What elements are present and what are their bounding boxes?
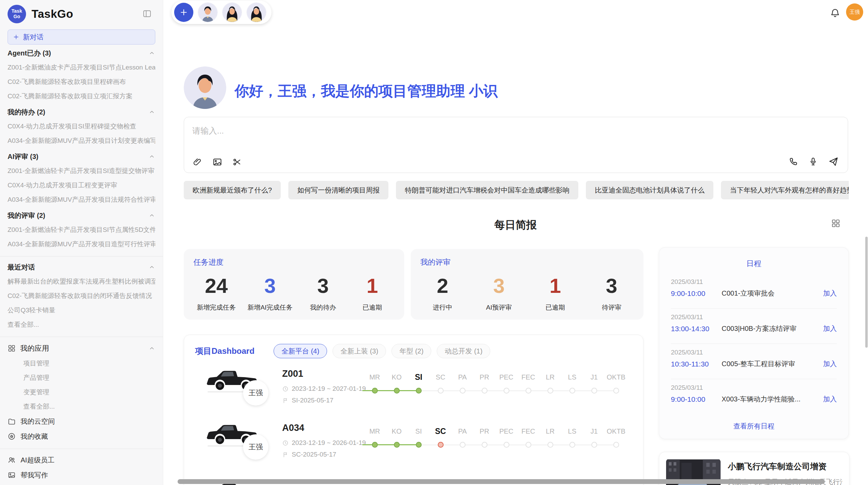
- section-header-recent[interactable]: 最近对话: [8, 260, 155, 274]
- sidebar-chat-item[interactable]: C02-飞腾新能源轻客改款项目立项汇报方案: [8, 89, 155, 103]
- apps-grid-icon: [8, 344, 16, 352]
- project-row[interactable]: 王强 A034 2023-12-19 ~ 2026-01-19 SC-2025-…: [194, 413, 643, 467]
- sidebar-item-write-helper[interactable]: 帮我写作: [8, 468, 155, 483]
- suggestion-chip[interactable]: 比亚迪全固态电池计划具体说了什么: [586, 181, 713, 199]
- sidebar-item-ai-staff[interactable]: AI超级员工: [8, 452, 155, 468]
- tab-model-year[interactable]: 年型 (2): [391, 344, 431, 358]
- notification-bell-button[interactable]: [830, 8, 841, 18]
- stat-pending-review: 3 待评审: [593, 276, 630, 312]
- agent-avatar[interactable]: [198, 2, 218, 22]
- voice-button[interactable]: [808, 157, 818, 167]
- sidebar-collapse-button[interactable]: [142, 8, 153, 19]
- suggestion-chip[interactable]: 如何写一份清晰的项目周报: [288, 181, 388, 199]
- folder-icon: [8, 417, 16, 425]
- layout-grid-icon: [831, 219, 841, 228]
- recent-chat-item[interactable]: 解释最新出台的欧盟报废车法规再生塑料比例被调至15%...: [8, 274, 155, 289]
- dashboard-title: 项目Dashboard: [195, 346, 254, 357]
- card-title: 任务进度: [193, 257, 395, 268]
- section-header-my-todo[interactable]: 我的待办 (2): [8, 105, 155, 119]
- schedule-time: 9:00-10:00: [671, 395, 722, 403]
- milestone-dot: [438, 388, 444, 394]
- attach-button[interactable]: [192, 157, 203, 167]
- new-chat-label: 新对话: [23, 33, 44, 42]
- horizontal-scrollbar[interactable]: [178, 479, 825, 484]
- project-id: Z001: [282, 369, 303, 379]
- agent-avatar[interactable]: [246, 2, 266, 22]
- project-milestone-flag: SI-2025-05-17: [282, 397, 333, 404]
- sidebar-chat-item[interactable]: C02-飞腾新能源轻客改款项目里程碑画布: [8, 75, 155, 89]
- section-header-agent-done[interactable]: Agent已办 (3): [8, 46, 155, 60]
- milestone-dot: [460, 442, 466, 448]
- stat-value: 3: [317, 276, 329, 296]
- join-button[interactable]: 加入: [823, 289, 837, 298]
- clock-icon: [282, 440, 289, 446]
- app-item-change-mgmt[interactable]: 变更管理: [8, 385, 155, 399]
- screenshot-button[interactable]: [232, 157, 242, 167]
- chat-input[interactable]: [192, 123, 673, 138]
- sidebar-chat-item[interactable]: Z001-全新燃油皮卡产品开发项目SI节点Lesson Learn报告: [8, 60, 155, 75]
- project-row[interactable]: 王强 Z001 2023-12-19 ~ 2027-01-19 SI-2025-…: [194, 359, 643, 413]
- divider: [0, 449, 163, 449]
- section-header-my-review[interactable]: 我的评审 (2): [8, 208, 155, 223]
- call-button[interactable]: [788, 157, 798, 167]
- my-apps-label: 我的应用: [20, 344, 49, 353]
- tab-new-body[interactable]: 全新上装 (3): [333, 344, 386, 358]
- join-button[interactable]: 加入: [823, 359, 837, 369]
- layout-toggle-button[interactable]: [831, 219, 841, 228]
- stat-in-progress: 2 进行中: [424, 276, 461, 312]
- schedule-list: 2025/03/11 9:00-10:00 C001-立项审批会 加入 2025…: [659, 273, 848, 414]
- sidebar-chat-item[interactable]: A034-全新新能源MUV产品开发项目造型可行性评审: [8, 237, 155, 251]
- vertical-scrollbar[interactable]: [865, 237, 868, 348]
- agent-avatar[interactable]: [222, 2, 242, 22]
- tab-new-platform[interactable]: 全新平台 (4): [274, 344, 327, 358]
- milestone-dot-overdue: [438, 442, 444, 448]
- daily-brief-title: 每日简报: [163, 218, 868, 232]
- project-dashboard-card: 项目Dashboard 全新平台 (4) 全新上装 (3) 年型 (2) 动总开…: [184, 335, 643, 485]
- schedule-event-title: X003-车辆动力学性能验...: [722, 395, 823, 404]
- view-all-link[interactable]: 查看全部...: [8, 399, 155, 414]
- sidebar-chat-item[interactable]: A034-全新新能源MUV产品开发项目计划变更表编写: [8, 134, 155, 148]
- add-session-button[interactable]: [174, 3, 193, 22]
- stat-label: 进行中: [433, 303, 453, 312]
- suggestion-chip[interactable]: 欧洲新规最近颁布了什么?: [184, 181, 281, 199]
- tab-powertrain[interactable]: 动总开发 (1): [437, 344, 490, 358]
- join-button[interactable]: 加入: [823, 324, 837, 333]
- app-item-product-mgmt[interactable]: 产品管理: [8, 371, 155, 385]
- sidebar-item-creative-draw[interactable]: 创意制图: [8, 483, 155, 485]
- sidebar-chat-item[interactable]: Z001-全新燃油轻卡产品开发项目SI造型提交物评审: [8, 164, 155, 178]
- schedule-item: 2025/03/11 9:00-10:00 X003-车辆动力学性能验... 加…: [659, 379, 848, 414]
- sidebar-chat-item[interactable]: C0X4-动力总成开发项目SI里程碑提交物检查: [8, 119, 155, 134]
- sidebar-item-cloud-space[interactable]: 我的云空间: [8, 414, 155, 429]
- user-avatar[interactable]: 王强: [846, 3, 863, 21]
- section-title: 最近对话: [8, 263, 35, 272]
- send-button[interactable]: [828, 156, 839, 167]
- section-header-ai-review[interactable]: AI评审 (3): [8, 149, 155, 164]
- app-title: TaskGo: [32, 8, 73, 21]
- view-all-schedule-link[interactable]: 查看所有日程: [659, 422, 848, 431]
- milestone-dot: [394, 442, 400, 448]
- stat-label: 我的待办: [310, 303, 336, 312]
- milestone-dot: [504, 388, 509, 394]
- insert-image-button[interactable]: [212, 157, 222, 167]
- owner-badge: 王强: [243, 434, 268, 460]
- sidebar-chat-item[interactable]: A034-全新新能源MUV产品开发项目法规符合性评审: [8, 192, 155, 207]
- schedule-time: 9:00-10:00: [671, 289, 722, 298]
- sidebar-item-favorites[interactable]: 我的收藏: [8, 429, 155, 444]
- recent-chat-item[interactable]: 公司Q3轻卡销量: [8, 303, 155, 318]
- suggestion-chip[interactable]: 特朗普可能对进口汽车增税会对中国车企造成哪些影响: [396, 181, 578, 199]
- recent-chat-item[interactable]: C02-飞腾新能源轻客改款项目的闭环通告反馈情况: [8, 289, 155, 303]
- milestone-labels: MRKO SISC PAPR PECFEC LRLS J1OKTB: [364, 373, 627, 382]
- app-logo: Task Go: [8, 5, 26, 23]
- new-chat-button[interactable]: 新对话: [8, 29, 155, 45]
- suggestion-chip[interactable]: 当下年轻人对汽车外观有怎样的喜好趋势: [721, 181, 849, 199]
- milestone-dot: [526, 442, 531, 448]
- schedule-date: 2025/03/11: [671, 308, 837, 321]
- sidebar-chat-item[interactable]: C0X4-动力总成开发项目工程变更评审: [8, 178, 155, 192]
- my-apps-header[interactable]: 我的应用: [8, 340, 155, 356]
- view-all-link[interactable]: 查看全部...: [8, 318, 155, 332]
- join-button[interactable]: 加入: [823, 395, 837, 404]
- app-item-project-mgmt[interactable]: 项目管理: [8, 356, 155, 371]
- sidebar-chat-item[interactable]: Z001-全新燃油轻卡产品开发项目SI节点属性5D文件评审: [8, 223, 155, 237]
- greeting-text: 你好，王强，我是你的项目管理助理 小识: [234, 82, 498, 101]
- chevron-up-icon: [148, 212, 155, 219]
